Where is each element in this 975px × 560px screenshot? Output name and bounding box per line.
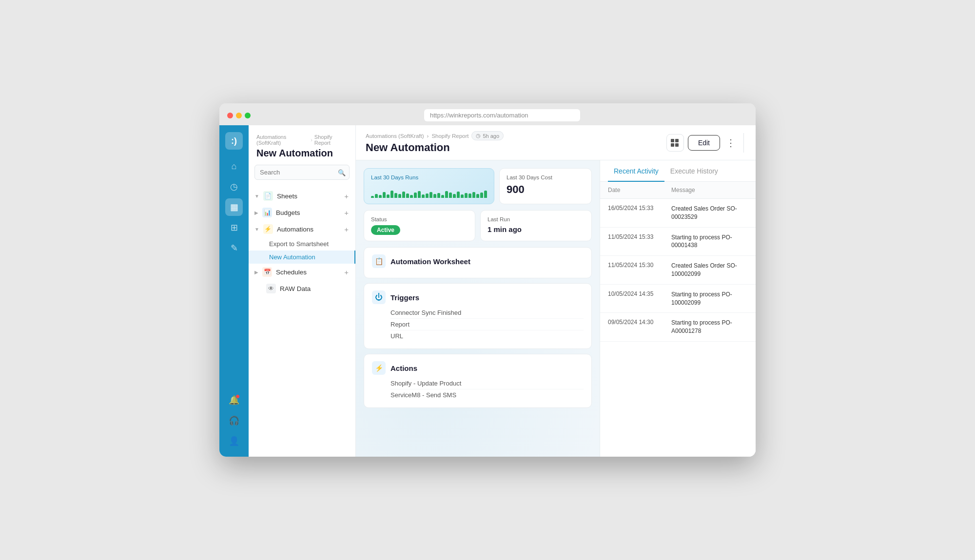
nav-sub-new-automation[interactable]: New Automation [249, 251, 355, 264]
col-date-header: Date [608, 187, 671, 193]
app-body: :) ⌂ ◷ ▦ ⊞ ✎ 🔔 🎧 👤 Automations (SoftKraf… [219, 125, 756, 457]
app-logo: :) [225, 132, 243, 150]
actions-icon: ⚡ [372, 361, 386, 375]
status-row: Status Active Last Run 1 min ago [364, 210, 592, 241]
sidebar-breadcrumb: Automations (SoftKraft) › Shopify Report [256, 134, 348, 146]
bar-26 [468, 193, 471, 198]
bar-11 [410, 195, 413, 198]
url-path: /automation [495, 112, 528, 119]
actions-card: ⚡ Actions Shopify - Update Product Servi… [364, 354, 592, 408]
time-ago-text: 5h ago [483, 133, 499, 139]
svg-rect-2 [671, 143, 674, 147]
search-box: 🔍 [254, 165, 350, 180]
bar-7 [394, 193, 397, 198]
bar-25 [465, 193, 468, 198]
worksheet-header: 📋 Automation Worksheet [372, 254, 584, 268]
action-shopify: Shopify - Update Product [390, 378, 584, 389]
header-divider [743, 133, 744, 153]
bar-2 [375, 194, 378, 198]
automations-icon: ⚡ [263, 224, 273, 234]
main-content: Automations (SoftKraft) › Shopify Report… [356, 125, 756, 457]
bar-24 [461, 194, 464, 198]
nav-item-sheets[interactable]: ▼ 📄 Sheets + [249, 188, 355, 204]
status-card: Status Active [364, 210, 475, 241]
bar-28 [476, 194, 479, 198]
nav-grid-icon[interactable]: ⊞ [225, 219, 243, 236]
svg-rect-1 [675, 139, 679, 142]
worksheet-card: 📋 Automation Worksheet [364, 247, 592, 278]
add-budget-button[interactable]: + [344, 209, 349, 217]
add-automation-button[interactable]: + [344, 225, 349, 233]
header-left: Automations (SoftKraft) › Shopify Report… [366, 131, 662, 154]
nav-clock-icon[interactable]: ◷ [225, 178, 243, 195]
preview-button[interactable] [666, 134, 684, 152]
triggers-header: ⏻ Triggers [372, 290, 584, 304]
lastrun-card: Last Run 1 min ago [480, 210, 592, 241]
runs-stat-card: Last 30 Days Runs [364, 168, 494, 204]
action-servicem8: ServiceM8 - Send SMS [390, 389, 584, 401]
add-schedule-button[interactable]: + [344, 268, 349, 276]
col-message-header: Message [671, 187, 748, 193]
nav-bell-icon[interactable]: 🔔 [225, 391, 243, 409]
activity-date-1: 16/05/2024 15:33 [608, 205, 671, 212]
stats-row: Last 30 Days Runs [364, 168, 592, 204]
activity-msg-2: Starting to process PO-00001438 [671, 233, 748, 250]
activity-table-headers: Date Message [600, 182, 756, 199]
nav-home-icon[interactable]: ⌂ [225, 157, 243, 175]
cost-label: Last 30 Days Cost [507, 174, 585, 180]
address-bar[interactable]: https://winkreports.com/automation [424, 109, 580, 121]
actions-title: Actions [390, 364, 417, 372]
edit-button[interactable]: Edit [688, 135, 720, 151]
expand-arrow-sheets: ▼ [254, 193, 259, 199]
expand-arrow-automations: ▼ [254, 227, 259, 232]
trigger-connector: Connector Sync Finished [390, 307, 584, 319]
triggers-title: Triggers [390, 293, 419, 302]
search-icon: 🔍 [338, 169, 346, 176]
activity-date-3: 11/05/2024 15:30 [608, 262, 671, 269]
activity-row-2: 11/05/2024 15:33 Starting to process PO-… [600, 228, 756, 256]
nav-tool-icon[interactable]: ✎ [225, 239, 243, 257]
worksheet-title: Automation Worksheet [390, 257, 470, 266]
nav-item-automations[interactable]: ▼ ⚡ Automations + [249, 221, 355, 237]
activity-date-2: 11/05/2024 15:33 [608, 233, 671, 240]
header-breadcrumb: Automations (SoftKraft) › Shopify Report… [366, 131, 662, 140]
nav-label-rawdata: RAW Data [280, 285, 311, 292]
nav-item-schedules[interactable]: ▶ 📅 Schedules + [249, 264, 355, 280]
header-breadcrumb-report: Shopify Report [431, 133, 468, 139]
header-actions: Edit ⋮ [666, 133, 746, 153]
sidebar-nav: :) ⌂ ◷ ▦ ⊞ ✎ 🔔 🎧 👤 [219, 125, 249, 457]
runs-label: Last 30 Days Runs [371, 174, 487, 180]
nav-sub-export-smartsheet[interactable]: Export to Smartsheet [249, 237, 355, 251]
nav-headset-icon[interactable]: 🎧 [225, 412, 243, 429]
tab-execute-history[interactable]: Execute History [664, 160, 724, 182]
add-sheet-button[interactable]: + [344, 192, 349, 200]
cost-stat-card: Last 30 Days Cost 900 [499, 168, 592, 204]
search-input[interactable] [254, 165, 350, 180]
worksheet-icon: 📋 [372, 254, 386, 268]
traffic-lights [227, 113, 251, 118]
activity-row-4: 10/05/2024 14:35 Starting to process PO-… [600, 285, 756, 313]
nav-user-icon[interactable]: 👤 [225, 432, 243, 450]
nav-item-rawdata[interactable]: 👁 RAW Data [249, 280, 355, 297]
nav-item-budgets[interactable]: ▶ 📊 Budgets + [249, 204, 355, 221]
lastrun-value: 1 min ago [488, 225, 585, 233]
svg-rect-3 [675, 143, 679, 147]
bar-30 [484, 191, 487, 198]
maximize-button[interactable] [245, 113, 251, 118]
activity-row-5: 09/05/2024 14:30 Starting to process PO-… [600, 313, 756, 342]
nav-sheet-icon[interactable]: ▦ [225, 198, 243, 216]
tab-recent-activity[interactable]: Recent Activity [608, 160, 664, 182]
activity-table: 16/05/2024 15:33 Created Sales Order SO-… [600, 199, 756, 457]
close-button[interactable] [227, 113, 233, 118]
activity-panel: Recent Activity Execute History Date Mes… [600, 160, 756, 457]
breadcrumb-report: Shopify Report [314, 134, 348, 146]
main-header: Automations (SoftKraft) › Shopify Report… [356, 125, 756, 160]
browser-chrome: https://winkreports.com/automation [219, 103, 756, 125]
status-badge: Active [371, 225, 400, 235]
bar-17 [433, 194, 436, 198]
lastrun-label: Last Run [488, 216, 585, 222]
bar-5 [387, 194, 390, 198]
more-options-button[interactable]: ⋮ [724, 137, 738, 149]
bar-20 [445, 191, 448, 198]
minimize-button[interactable] [236, 113, 242, 118]
